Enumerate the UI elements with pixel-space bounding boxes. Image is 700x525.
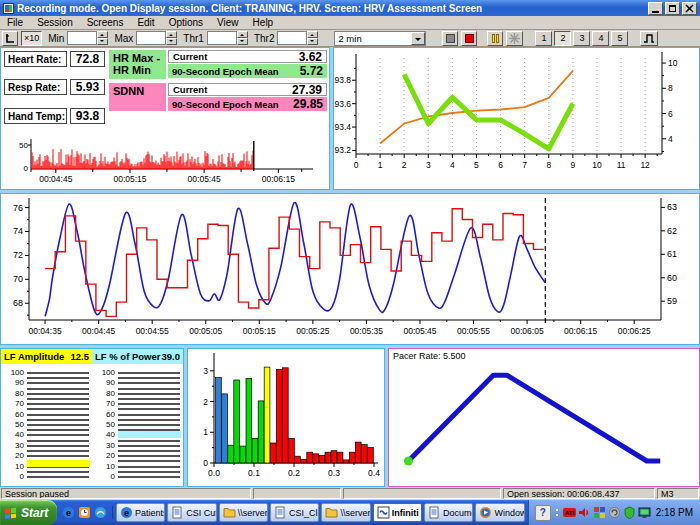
doc-icon [171,506,184,519]
meter-gridline [118,471,180,473]
start-button[interactable]: Start [0,500,57,525]
status-segment-2 [253,488,341,499]
menu-session[interactable]: Session [30,16,80,30]
max-spin-down[interactable] [166,38,177,45]
thr2-spin-up[interactable] [307,31,318,38]
menu-bar: FileSessionScreensEditOptionsViewHelp [0,16,700,30]
outlook-icon[interactable] [78,506,91,519]
tray-shield-icon[interactable] [623,506,636,519]
menu-file[interactable]: File [0,16,30,30]
close-button[interactable] [682,2,697,15]
svg-text:00:05:25: 00:05:25 [296,326,329,336]
wmp-icon [479,506,492,519]
stop-button[interactable] [442,31,458,46]
svg-text:7: 7 [522,160,527,170]
snowflake-icon [509,33,520,44]
task-button-1[interactable]: ePatients... [116,503,165,522]
meter-value: 12.5 [71,351,90,362]
lf-meter-1: LF Amplitude12.50102030405060708090100 [1,349,92,486]
meter-scale-label: 80 [92,389,115,398]
menu-help[interactable]: Help [246,16,281,30]
screen-button-3[interactable]: 3 [573,31,590,46]
max-input[interactable] [136,31,166,45]
lf-meter-header-1: LF Amplitude12.5 [1,349,92,364]
x10-button[interactable]: ×10 [21,31,42,46]
tray-swirl-icon[interactable] [608,506,621,519]
hr-range-current-row: Current 3.62 [168,50,327,63]
svg-text:0: 0 [354,160,359,170]
meter-scale-label: 40 [92,430,115,439]
interval-combobox[interactable]: 2 min [334,31,426,46]
resp-rate-label: Resp Rate: [4,79,67,95]
scale-tool-button[interactable] [2,31,18,46]
task-button-5[interactable]: \\server... [321,503,370,522]
svg-text:4: 4 [450,160,455,170]
task-button-4[interactable]: CSI_Clin... [270,503,319,522]
screen-button-1[interactable]: 1 [535,31,552,46]
thr2-spin-down[interactable] [307,38,318,45]
combo-dropdown-icon[interactable] [411,32,425,45]
meter-gridline [118,445,180,447]
svg-text:10: 10 [592,160,602,170]
task-button-7[interactable]: Docume... [424,503,473,522]
screen-button-4[interactable]: 4 [592,31,609,46]
help-button[interactable]: ? [535,505,551,521]
messenger-icon[interactable] [94,506,107,519]
pause-button[interactable] [487,31,503,46]
folder-icon [325,506,338,519]
meter-scale-label: 50 [92,420,115,429]
svg-text:72: 72 [13,250,23,260]
event-marker-button[interactable] [506,31,523,46]
lf-meter-header-2: LF % of Power39.0 [92,349,183,364]
menu-view[interactable]: View [210,16,246,30]
meter-gridline [27,403,89,405]
minimize-button[interactable] [648,2,663,15]
thr1-spin-up[interactable] [237,31,248,38]
tray-monitor-icon[interactable] [638,506,651,519]
hr-range-epoch-value: 5.72 [300,64,323,78]
meter-gridline [27,455,89,457]
thr1-input[interactable] [207,31,237,45]
scale-axis-icon [5,33,15,44]
tray-volume-icon[interactable] [578,506,591,519]
meter-gridline [27,393,89,395]
rescale-button[interactable] [640,31,658,46]
svg-text:0.1: 0.1 [248,468,260,478]
task-button-6[interactable]: Infiniti ... [373,503,422,522]
tray-display-icon[interactable] [593,506,606,519]
menu-screens[interactable]: Screens [80,16,131,30]
svg-text:0: 0 [203,458,208,468]
tray-expand-button[interactable] [554,506,560,520]
meter-gridline [118,403,180,405]
min-input[interactable] [67,31,97,45]
record-button[interactable] [461,31,477,46]
svg-text:8: 8 [668,83,673,93]
svg-text:60: 60 [667,273,677,283]
thr1-spinbox [207,31,248,45]
svg-text:93.2: 93.2 [334,145,351,155]
svg-text:11: 11 [617,160,626,170]
task-button-2[interactable]: CSI Cut... [167,503,216,522]
screen-button-2[interactable]: 2 [554,31,571,46]
max-spin-up[interactable] [166,31,177,38]
min-spin-down[interactable] [97,38,108,45]
pacer-chart [389,349,699,486]
menu-edit[interactable]: Edit [130,16,161,30]
meter-scale-label: 80 [1,389,24,398]
record-icon [465,34,474,43]
svg-text:e: e [124,508,129,518]
thr2-input[interactable] [277,31,307,45]
tray-ati-icon[interactable]: ATI [563,506,576,519]
svg-text:00:06:15: 00:06:15 [262,174,295,184]
thr1-spin-down[interactable] [237,38,248,45]
min-spin-up[interactable] [97,31,108,38]
svg-text:61: 61 [667,249,677,259]
task-button-8[interactable]: Window... [475,503,524,522]
title-bar[interactable]: Recording mode. Open Display session. Cl… [0,0,700,16]
ie-icon[interactable]: e [62,506,75,519]
menu-options[interactable]: Options [162,16,210,30]
maximize-button[interactable] [665,2,680,15]
svg-text:0.4: 0.4 [368,468,380,478]
task-button-3[interactable]: \\server... [219,503,268,522]
screen-button-5[interactable]: 5 [611,31,628,46]
